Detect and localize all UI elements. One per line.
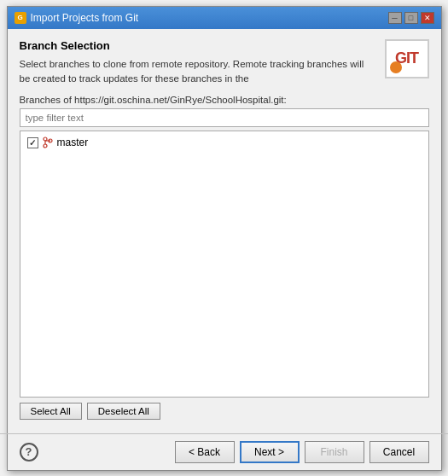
deselect-all-button[interactable]: Deselect All (87, 403, 160, 420)
next-button[interactable]: Next > (240, 441, 300, 463)
section-description: Select branches to clone from remote rep… (20, 57, 376, 87)
minimize-button[interactable]: ─ (388, 12, 402, 24)
cancel-button[interactable]: Cancel (369, 441, 429, 463)
branch-name: master (57, 136, 89, 148)
section-title: Branch Selection (20, 39, 376, 52)
title-bar: G Import Projects from Git ─ □ ✕ (8, 7, 441, 29)
branch-icon (42, 136, 54, 148)
filter-input[interactable] (20, 108, 429, 127)
list-item[interactable]: master (20, 135, 428, 150)
svg-point-1 (44, 144, 47, 148)
main-window: G Import Projects from Git ─ □ ✕ Branch … (7, 6, 442, 471)
header-section: Branch Selection Select branches to clon… (20, 39, 429, 87)
git-logo: GIT (385, 39, 429, 78)
main-content: Branch Selection Select branches to clon… (8, 29, 441, 433)
back-button[interactable]: < Back (175, 441, 235, 463)
title-buttons: ─ □ ✕ (388, 12, 434, 24)
header-text: Branch Selection Select branches to clon… (20, 39, 376, 87)
branch-tree[interactable]: master (20, 131, 429, 398)
window-icon: G (15, 12, 26, 24)
svg-point-0 (44, 137, 47, 141)
help-icon[interactable]: ? (20, 443, 38, 461)
window-title: Import Projects from Git (31, 12, 139, 24)
branches-label: Branches of https://git.oschina.net/GinR… (20, 95, 429, 105)
restore-button[interactable]: □ (404, 12, 418, 24)
finish-button: Finish (305, 441, 364, 463)
nav-buttons: < Back Next > Finish Cancel (175, 441, 429, 463)
select-all-button[interactable]: Select All (20, 403, 82, 420)
branch-checkbox[interactable] (27, 137, 38, 148)
close-button[interactable]: ✕ (421, 12, 434, 24)
select-buttons-row: Select All Deselect All (20, 403, 429, 420)
bottom-bar: ? < Back Next > Finish Cancel (8, 434, 441, 470)
